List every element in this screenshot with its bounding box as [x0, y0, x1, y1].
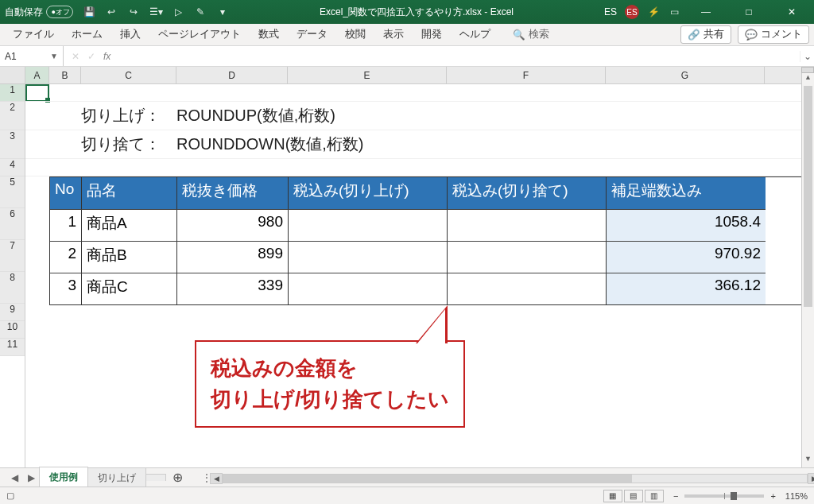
- record-macro-icon[interactable]: ▢: [6, 490, 14, 501]
- formula-controls: ✕ ✓ fx: [64, 51, 118, 62]
- scroll-up-button[interactable]: ▲: [802, 73, 814, 86]
- callout-box: 税込みの金額を 切り上げ/切り捨てしたい: [195, 340, 465, 428]
- maximize-button[interactable]: □: [731, 6, 766, 17]
- row-4[interactable]: [25, 159, 814, 176]
- sheet-tab-active[interactable]: 使用例: [39, 467, 88, 488]
- add-sheet-button[interactable]: ⊕: [166, 470, 189, 485]
- draw-icon[interactable]: ✎: [194, 6, 207, 18]
- select-all-triangle[interactable]: [0, 67, 25, 84]
- sheet-content: 切り上げ： ROUNDUP(数値,桁数) 切り捨て： ROUNDDOWN(数値,…: [25, 84, 814, 305]
- redo-icon[interactable]: ↪: [127, 6, 140, 18]
- zoom-slider[interactable]: [684, 494, 764, 498]
- row-header-9[interactable]: 9: [0, 304, 25, 321]
- scroll-track[interactable]: [802, 86, 814, 455]
- minimize-button[interactable]: —: [688, 6, 723, 17]
- row-header-6[interactable]: 6: [0, 208, 25, 240]
- callout-line1: 税込みの金額を: [211, 353, 449, 384]
- tab-help[interactable]: ヘルプ: [452, 25, 498, 45]
- col-header-A[interactable]: A: [25, 67, 49, 84]
- autosave-toggle[interactable]: 自動保存 ● オフ: [5, 6, 73, 19]
- cursor-icon[interactable]: ▷: [172, 6, 184, 18]
- sheet-tab[interactable]: 切り上げ: [87, 467, 146, 488]
- tab-home[interactable]: ホーム: [64, 25, 110, 45]
- search-icon: 🔍: [513, 29, 525, 41]
- row-2[interactable]: 切り上げ： ROUNDUP(数値,桁数): [25, 102, 814, 130]
- user-avatar[interactable]: ES: [625, 5, 639, 19]
- comment-button[interactable]: 💬 コメント: [738, 25, 809, 44]
- table-header-row[interactable]: No 品名 税抜き価格 税込み(切り上げ) 税込み(切り捨て) 補足端数込み: [50, 177, 813, 209]
- normal-view-button[interactable]: ▦: [603, 490, 622, 502]
- tab-developer[interactable]: 開発: [413, 25, 450, 45]
- tab-file[interactable]: ファイル: [5, 25, 62, 45]
- search-box[interactable]: 🔍 検索: [513, 28, 549, 41]
- row-header-1[interactable]: 1: [0, 84, 25, 102]
- col-header-F[interactable]: F: [447, 67, 606, 84]
- tab-view[interactable]: 表示: [375, 25, 412, 45]
- autosave-switch[interactable]: ● オフ: [46, 6, 73, 18]
- scroll-down-button[interactable]: ▼: [802, 455, 814, 467]
- enter-icon[interactable]: ✓: [87, 51, 95, 62]
- comment-icon: 💬: [745, 29, 758, 41]
- row-3[interactable]: 切り捨て： ROUNDDOWN(数値,桁数): [25, 130, 814, 159]
- row-header-10[interactable]: 10: [0, 321, 25, 339]
- hscroll-thumb[interactable]: [223, 475, 632, 483]
- hscroll-left-button[interactable]: ◀: [210, 473, 223, 484]
- row-header-4[interactable]: 4: [0, 159, 25, 176]
- row-header-2[interactable]: 2: [0, 102, 25, 130]
- zoom-out-button[interactable]: −: [673, 491, 678, 501]
- col-header-C[interactable]: C: [81, 67, 176, 84]
- cancel-icon[interactable]: ✕: [72, 51, 79, 62]
- name-box[interactable]: A1 ▼: [0, 46, 64, 66]
- save-icon[interactable]: 💾: [83, 6, 95, 18]
- tab-data[interactable]: データ: [289, 25, 335, 45]
- coming-soon-icon[interactable]: ⚡: [647, 6, 660, 18]
- col-header-D[interactable]: D: [176, 67, 288, 84]
- fx-icon[interactable]: fx: [103, 51, 110, 62]
- hscroll-right-button[interactable]: ▶: [808, 473, 814, 484]
- zoom-level[interactable]: 115%: [785, 491, 808, 501]
- formula-expand-icon[interactable]: ⌄: [800, 51, 814, 62]
- table-row[interactable]: 3 商品C 339 366.12: [50, 273, 813, 304]
- row-header-8[interactable]: 8: [0, 272, 25, 304]
- sheet-tab-partial[interactable]: [145, 474, 166, 481]
- table-row[interactable]: 1 商品A 980 1058.4: [50, 209, 813, 241]
- row-1[interactable]: [25, 84, 814, 102]
- undo-icon[interactable]: ↩: [105, 6, 118, 18]
- tab-formulas[interactable]: 数式: [250, 25, 287, 45]
- horizontal-scrollbar[interactable]: ◀ ▶: [223, 472, 808, 483]
- th-no: No: [50, 177, 82, 209]
- row-header-7[interactable]: 7: [0, 240, 25, 272]
- row-headers: 1 2 3 4 5 6 7 8 9 10 11: [0, 67, 25, 467]
- close-button[interactable]: ✕: [774, 6, 809, 17]
- sheet-nav-prev[interactable]: ◀: [6, 472, 23, 483]
- split-handle[interactable]: [801, 67, 814, 73]
- th-price: 税抜き価格: [177, 177, 289, 209]
- col-header-B[interactable]: B: [49, 67, 81, 84]
- zoom-in-button[interactable]: +: [770, 491, 775, 501]
- callout-line2: 切り上げ/切り捨てしたい: [211, 384, 449, 415]
- ribbon-display-icon[interactable]: ▭: [668, 6, 680, 18]
- tab-page-layout[interactable]: ページレイアウト: [150, 25, 249, 45]
- formula-input[interactable]: [118, 46, 800, 66]
- tab-review[interactable]: 校閲: [337, 25, 374, 45]
- autosave-label: 自動保存: [5, 6, 43, 19]
- scroll-thumb[interactable]: [804, 86, 812, 307]
- user-text: ES: [604, 6, 617, 17]
- page-layout-view-button[interactable]: ▤: [624, 490, 643, 502]
- qat-overflow-icon[interactable]: ▾: [216, 6, 229, 18]
- vertical-scrollbar[interactable]: ▲ ▼: [801, 67, 814, 467]
- row-header-11[interactable]: 11: [0, 339, 25, 356]
- share-button[interactable]: 🔗 共有: [680, 25, 731, 44]
- col-header-G[interactable]: G: [606, 67, 765, 84]
- row-header-5[interactable]: 5: [0, 176, 25, 208]
- zoom-thumb[interactable]: [731, 492, 737, 500]
- touch-mouse-mode-icon[interactable]: ☰▾: [149, 6, 162, 18]
- table-row[interactable]: 2 商品B 899 970.92: [50, 241, 813, 273]
- page-break-view-button[interactable]: ▥: [645, 490, 664, 502]
- sheet-nav-next[interactable]: ▶: [23, 472, 40, 483]
- chevron-down-icon[interactable]: ▼: [50, 52, 58, 60]
- row-header-3[interactable]: 3: [0, 130, 25, 159]
- tab-insert[interactable]: 挿入: [112, 25, 149, 45]
- col-header-E[interactable]: E: [288, 67, 447, 84]
- rounddown-label: 切り捨て：: [81, 134, 176, 155]
